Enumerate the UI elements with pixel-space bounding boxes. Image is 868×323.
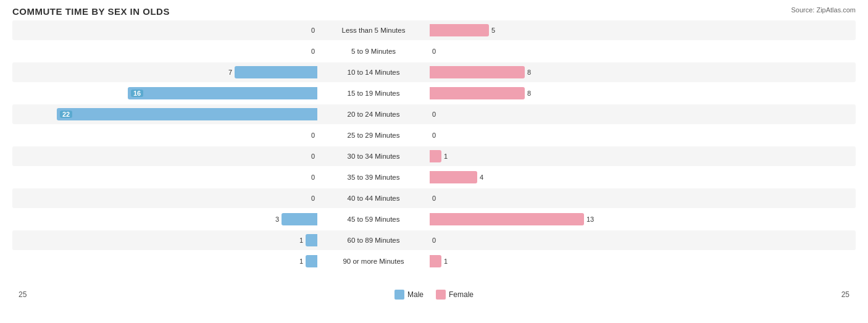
female-bar-section: 8 (426, 87, 735, 99)
male-bar: 16 (128, 87, 317, 99)
chart-row: 025 to 29 Minutes0 (12, 125, 856, 145)
chart-title: COMMUTE TIME BY SEX IN OLDS (12, 6, 856, 17)
male-bar-section: 7 (12, 66, 321, 78)
female-bar (430, 255, 441, 267)
female-value-label: 0 (432, 132, 436, 139)
male-value-label: 1 (299, 258, 303, 265)
source-label: Source: ZipAtlas.com (791, 6, 856, 14)
row-label: 30 to 34 Minutes (321, 153, 426, 160)
male-bar (306, 255, 317, 267)
chart-row: 035 to 39 Minutes4 (12, 167, 856, 187)
legend-female-box (436, 290, 446, 300)
chart-area: 0Less than 5 Minutes505 to 9 Minutes0710… (12, 20, 856, 286)
female-value-label: 4 (480, 174, 483, 181)
female-value-label: 1 (444, 258, 448, 265)
chart-container: COMMUTE TIME BY SEX IN OLDS Source: ZipA… (0, 0, 868, 323)
row-label: 45 to 59 Minutes (321, 216, 426, 223)
male-value-label: 3 (275, 216, 279, 223)
row-label: 40 to 44 Minutes (321, 195, 426, 202)
male-bar (282, 213, 317, 225)
chart-row: 1615 to 19 Minutes8 (12, 83, 856, 103)
male-bar-section: 3 (12, 213, 321, 225)
male-bar: 22 (57, 108, 317, 120)
female-bar-section: 0 (426, 195, 735, 202)
female-bar-section: 1 (426, 150, 735, 162)
legend-male: Male (394, 290, 424, 300)
female-bar-section: 0 (426, 237, 735, 244)
chart-row: 190 or more Minutes1 (12, 251, 856, 271)
female-value-label: 13 (586, 216, 594, 223)
axis-min-label: 25 (19, 290, 27, 299)
male-bar-section: 0 (12, 27, 321, 34)
male-value-label: 0 (311, 174, 315, 181)
male-bar-section: 0 (12, 174, 321, 181)
female-bar (430, 87, 525, 99)
female-bar-section: 0 (426, 132, 735, 139)
row-label: 90 or more Minutes (321, 258, 426, 265)
female-bar-section: 4 (426, 171, 735, 183)
male-bar-section: 16 (12, 87, 321, 99)
row-label: 10 to 14 Minutes (321, 69, 426, 76)
legend-male-label: Male (407, 290, 424, 299)
female-bar-section: 1 (426, 255, 735, 267)
female-bar-section: 5 (426, 24, 735, 36)
chart-row: 160 to 89 Minutes0 (12, 230, 856, 250)
female-value-label: 8 (527, 69, 531, 76)
legend-female: Female (436, 290, 474, 300)
female-bar (430, 66, 525, 78)
male-bar (235, 66, 317, 78)
female-bar (430, 171, 477, 183)
axis-max-label: 25 (841, 290, 849, 299)
legend-female-label: Female (449, 290, 474, 299)
female-value-label: 0 (432, 111, 436, 118)
female-value-label: 1 (444, 153, 448, 160)
male-value-label: 1 (299, 237, 303, 244)
female-bar-section: 0 (426, 111, 735, 118)
male-value-label: 0 (311, 27, 315, 34)
male-value-badge: 16 (131, 90, 143, 97)
female-value-label: 0 (432, 48, 436, 55)
chart-row: 030 to 34 Minutes1 (12, 146, 856, 166)
legend-male-box (394, 290, 404, 300)
female-bar-section: 13 (426, 213, 735, 225)
female-value-label: 8 (527, 90, 531, 97)
chart-row: 040 to 44 Minutes0 (12, 188, 856, 208)
male-bar-section: 0 (12, 153, 321, 160)
chart-row: 0Less than 5 Minutes5 (12, 20, 856, 40)
female-bar-section: 8 (426, 66, 735, 78)
row-label: 5 to 9 Minutes (321, 48, 426, 55)
row-label: 60 to 89 Minutes (321, 237, 426, 244)
female-value-label: 0 (432, 237, 436, 244)
male-value-label: 7 (228, 69, 232, 76)
male-bar-section: 0 (12, 195, 321, 202)
chart-row: 05 to 9 Minutes0 (12, 41, 856, 61)
female-bar (430, 213, 584, 225)
chart-row: 710 to 14 Minutes8 (12, 62, 856, 82)
female-bar (430, 150, 441, 162)
male-value-label: 0 (311, 48, 315, 55)
male-value-label: 0 (311, 195, 315, 202)
male-value-label: 0 (311, 132, 315, 139)
row-label: 25 to 29 Minutes (321, 132, 426, 139)
male-bar-section: 0 (12, 132, 321, 139)
female-value-label: 5 (491, 27, 495, 34)
male-value-badge: 22 (60, 111, 72, 118)
female-bar (430, 24, 489, 36)
male-bar-section: 1 (12, 234, 321, 246)
row-label: Less than 5 Minutes (321, 27, 426, 34)
male-bar-section: 0 (12, 48, 321, 55)
female-value-label: 0 (432, 195, 436, 202)
chart-row: 345 to 59 Minutes13 (12, 209, 856, 229)
row-label: 15 to 19 Minutes (321, 90, 426, 97)
row-label: 20 to 24 Minutes (321, 111, 426, 118)
female-bar-section: 0 (426, 48, 735, 55)
bottom-labels: 25 Male Female 25 (12, 290, 856, 300)
legend: Male Female (394, 290, 474, 300)
chart-row: 2220 to 24 Minutes0 (12, 104, 856, 124)
male-bar-section: 22 (12, 108, 321, 120)
row-label: 35 to 39 Minutes (321, 174, 426, 181)
male-bar-section: 1 (12, 255, 321, 267)
male-bar (306, 234, 317, 246)
male-value-label: 0 (311, 153, 315, 160)
